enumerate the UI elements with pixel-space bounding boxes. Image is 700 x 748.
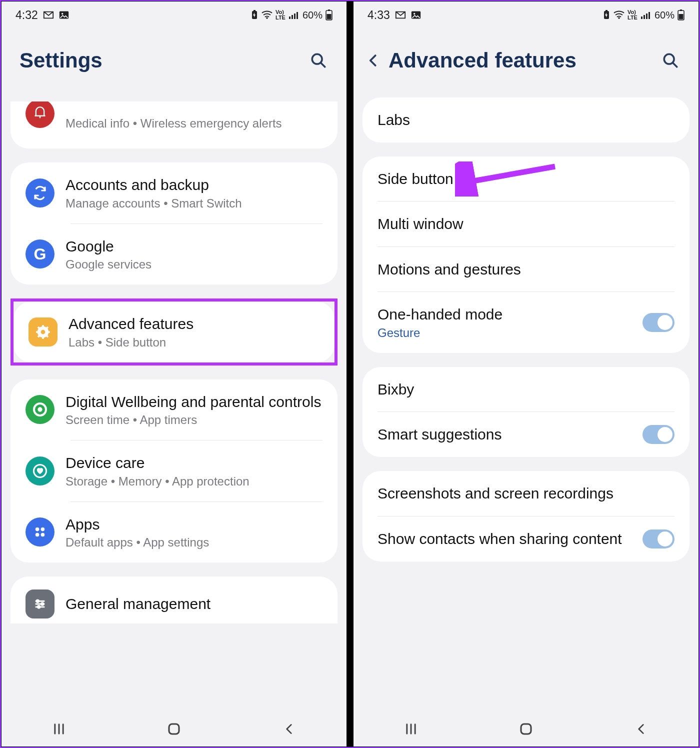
svg-point-24 <box>38 606 40 608</box>
battery-percent: 60% <box>302 10 322 21</box>
adv-item-title: Side button <box>378 170 674 188</box>
toggle-one-handed[interactable] <box>642 313 674 332</box>
page-title: Settings <box>20 48 308 72</box>
status-bar: 4:33 Vo)LTE 60% <box>354 2 698 28</box>
svg-point-23 <box>41 603 44 606</box>
adv-card-interaction: Side button Multi window Motions and ges… <box>362 156 690 353</box>
settings-card-accounts: Accounts and backup Manage accounts • Sm… <box>10 162 338 284</box>
google-icon: G <box>26 240 54 268</box>
adv-item-title: Labs <box>378 110 674 130</box>
svg-point-16 <box>38 408 42 412</box>
svg-point-27 <box>414 13 415 14</box>
adv-item-show-contacts-sharing[interactable]: Show contacts when sharing content <box>362 516 690 562</box>
settings-item-title: Apps <box>66 515 322 534</box>
settings-item-device-care[interactable]: Device care Storage • Memory • App prote… <box>10 440 338 502</box>
adv-item-title: Bixby <box>378 380 674 399</box>
adv-item-multi-window[interactable]: Multi window <box>362 202 690 246</box>
settings-item-subtitle: Medical info • Wireless emergency alerts <box>66 116 322 130</box>
back-button[interactable] <box>364 50 384 70</box>
adv-item-side-button[interactable]: Side button <box>362 156 690 202</box>
settings-card-safety-partial[interactable]: Medical info • Wireless emergency alerts <box>10 102 338 148</box>
svg-rect-36 <box>680 10 682 11</box>
adv-item-motions-gestures[interactable]: Motions and gestures <box>362 247 690 292</box>
navbar <box>354 712 698 746</box>
adv-item-smart-suggestions[interactable]: Smart suggestions <box>362 412 690 457</box>
nav-home[interactable] <box>491 722 561 736</box>
adv-item-one-handed[interactable]: One-handed mode Gesture <box>362 292 690 353</box>
titlebar: Settings <box>2 28 346 94</box>
settings-item-title: Device care <box>66 454 322 472</box>
search-button[interactable] <box>660 50 680 70</box>
adv-item-title: Motions and gestures <box>378 260 674 279</box>
settings-item-title: Advanced features <box>68 314 320 334</box>
svg-point-30 <box>618 17 620 19</box>
svg-rect-34 <box>648 12 650 19</box>
adv-item-title: Smart suggestions <box>378 425 632 444</box>
battery-saver-icon <box>250 10 258 20</box>
annotation-highlight: Advanced features Labs • Side button <box>10 298 338 366</box>
nav-recents[interactable] <box>24 722 94 736</box>
wifi-icon <box>262 10 272 20</box>
status-time: 4:32 <box>16 8 38 22</box>
sync-icon <box>26 178 54 208</box>
battery-icon <box>678 10 684 20</box>
nav-back[interactable] <box>606 722 676 736</box>
svg-rect-10 <box>328 10 330 11</box>
svg-point-20 <box>36 533 40 537</box>
settings-item-title: Google <box>66 237 322 256</box>
svg-point-4 <box>266 17 268 19</box>
nav-back[interactable] <box>254 722 324 736</box>
nav-home[interactable] <box>139 722 209 736</box>
svg-rect-39 <box>521 724 531 734</box>
adv-card-bixby: Bixby Smart suggestions <box>362 367 690 458</box>
toggle-show-contacts[interactable] <box>642 530 674 548</box>
settings-card-general-partial[interactable]: General management <box>10 576 338 624</box>
target-dot-icon <box>26 395 54 424</box>
svg-rect-33 <box>646 14 648 19</box>
signal-icon <box>288 10 300 20</box>
svg-point-1 <box>62 13 63 14</box>
settings-item-advanced-features[interactable]: Advanced features Labs • Side button <box>14 302 334 362</box>
battery-percent: 60% <box>654 10 674 21</box>
settings-item-subtitle: Screen time • App timers <box>66 413 322 427</box>
page-title: Advanced features <box>388 48 660 72</box>
nav-recents[interactable] <box>376 722 446 736</box>
settings-item-subtitle: Storage • Memory • App protection <box>66 474 322 488</box>
settings-item-google[interactable]: G Google Google services <box>10 224 338 285</box>
heart-circle-icon <box>26 456 54 486</box>
adv-item-bixby[interactable]: Bixby <box>362 367 690 412</box>
gmail-icon <box>395 10 406 20</box>
navbar <box>2 712 346 746</box>
search-button[interactable] <box>308 50 328 70</box>
svg-rect-11 <box>327 14 332 20</box>
settings-item-title: General management <box>66 594 322 614</box>
battery-saver-icon <box>602 10 610 20</box>
phone-left: 4:32 Vo)LTE 60% <box>1 1 347 747</box>
settings-item-subtitle: Default apps • App settings <box>66 536 322 550</box>
svg-point-14 <box>41 330 46 334</box>
settings-item-apps[interactable]: Apps Default apps • App settings <box>10 502 338 563</box>
settings-item-subtitle: Google services <box>66 258 322 272</box>
adv-card-labs: Labs <box>362 98 690 142</box>
svg-rect-31 <box>641 16 642 19</box>
settings-card-device: Digital Wellbeing and parental controls … <box>10 380 338 563</box>
volte-icon: Vo)LTE <box>276 10 286 20</box>
settings-item-digital-wellbeing[interactable]: Digital Wellbeing and parental controls … <box>10 380 338 440</box>
settings-item-accounts-backup[interactable]: Accounts and backup Manage accounts • Sm… <box>10 162 338 224</box>
adv-item-labs[interactable]: Labs <box>362 98 690 142</box>
svg-point-22 <box>36 600 39 602</box>
svg-rect-7 <box>294 14 296 19</box>
settings-item-subtitle: Manage accounts • Smart Switch <box>66 196 322 210</box>
adv-card-screenshots: Screenshots and screen recordings Show c… <box>362 471 690 562</box>
phone-right: 4:33 Vo)LTE 60% <box>353 1 699 747</box>
settings-item-title: Digital Wellbeing and parental controls <box>66 392 322 412</box>
picture-icon <box>411 10 421 20</box>
svg-rect-32 <box>644 15 645 19</box>
wifi-icon <box>614 10 624 20</box>
toggle-smart-suggestions[interactable] <box>642 425 674 444</box>
status-bar: 4:32 Vo)LTE 60% <box>2 2 346 28</box>
svg-rect-6 <box>292 15 293 19</box>
adv-item-screenshots-recordings[interactable]: Screenshots and screen recordings <box>362 471 690 516</box>
gmail-icon <box>43 10 54 20</box>
svg-point-18 <box>36 528 40 532</box>
